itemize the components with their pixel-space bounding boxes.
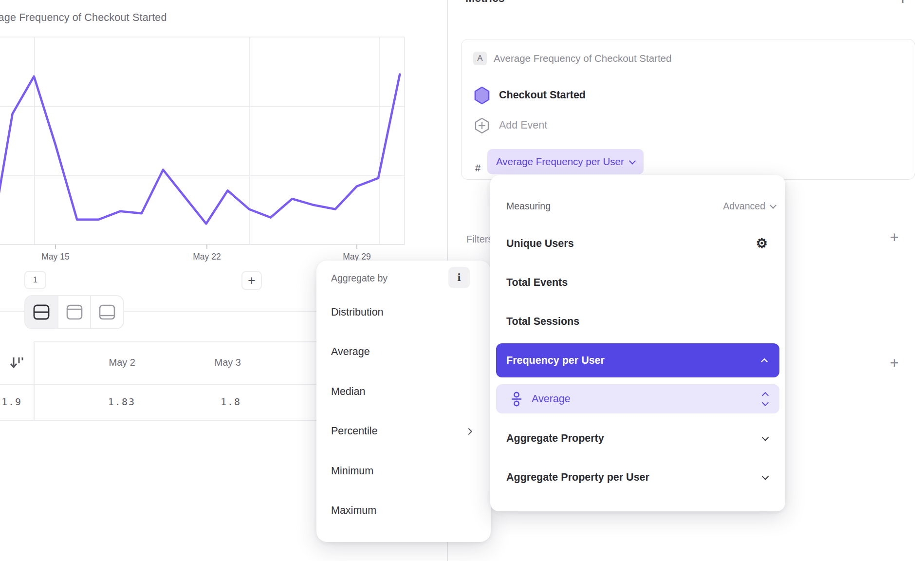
x-axis-tick-label: May 15 bbox=[41, 252, 69, 262]
x-axis-tick-label: May 22 bbox=[193, 252, 221, 262]
split-rows-icon bbox=[31, 302, 52, 322]
select-updown-icon bbox=[763, 393, 768, 405]
advanced-toggle-label: Advanced bbox=[723, 201, 765, 212]
layout-switcher bbox=[24, 295, 124, 329]
metrics-section-title: Metrics bbox=[465, 0, 505, 5]
menu-item-label: Median bbox=[331, 386, 366, 398]
menu-item-unique-users[interactable]: Unique Users⚙ bbox=[496, 228, 779, 259]
menu-item-label: Distribution bbox=[331, 306, 384, 318]
menu-item-average[interactable]: Average bbox=[316, 337, 491, 367]
event-selector[interactable]: Checkout Started bbox=[499, 86, 586, 104]
measurement-dropdown-label: Average Frequency per User bbox=[496, 156, 624, 168]
info-button[interactable]: i bbox=[448, 267, 470, 288]
menu-item-label: Total Sessions bbox=[506, 316, 579, 328]
menu-item-percentile[interactable]: Percentile bbox=[316, 416, 491, 447]
aggregate-by-menu: Aggregate by i DistributionAverageMedian… bbox=[316, 261, 491, 542]
add-event-button[interactable]: Add Event bbox=[499, 117, 547, 133]
sort-column-header[interactable] bbox=[0, 341, 34, 384]
chevron-up-icon bbox=[761, 358, 768, 365]
menu-item-label: Percentile bbox=[331, 425, 378, 437]
add-chart-button[interactable]: + bbox=[241, 271, 262, 290]
frequency-line-chart[interactable]: May 15May 22May 29 bbox=[0, 0, 447, 265]
x-axis-tick-label: May 29 bbox=[343, 252, 370, 262]
menu-item-minimum[interactable]: Minimum bbox=[316, 456, 491, 486]
add-breakdown-button[interactable]: + bbox=[890, 355, 899, 372]
menu-item-label: Maximum bbox=[331, 505, 376, 517]
menu-item-distribution[interactable]: Distribution bbox=[316, 297, 491, 327]
menu-item-label: Aggregate Property per User bbox=[506, 471, 649, 484]
measuring-label: Measuring bbox=[506, 201, 551, 212]
menu-item-label: Unique Users bbox=[506, 238, 574, 250]
bottom-panel-icon bbox=[97, 302, 117, 322]
chevron-down-icon bbox=[770, 202, 776, 209]
menu-subitem-average[interactable]: Average bbox=[496, 384, 779, 413]
column-header-may-2[interactable]: May 2 bbox=[34, 341, 147, 384]
menu-subitem-label: Average bbox=[532, 393, 763, 405]
menu-item-label: Minimum bbox=[331, 465, 373, 477]
chevron-down-icon bbox=[762, 473, 769, 480]
layout-bottom-panel-button[interactable] bbox=[91, 296, 123, 328]
menu-item-aggregate-property[interactable]: Aggregate Property bbox=[496, 423, 779, 454]
column-header-may-3[interactable]: May 3 bbox=[147, 341, 253, 384]
filters-section-title: Filters bbox=[466, 234, 493, 245]
menu-item-frequency-per-user[interactable]: Frequency per User bbox=[496, 343, 779, 377]
value-cell: 1.8 bbox=[147, 384, 253, 420]
metric-name[interactable]: Average Frequency of Checkout Started bbox=[494, 52, 671, 65]
top-panel-icon bbox=[64, 302, 85, 322]
add-metric-button[interactable]: + bbox=[898, 0, 907, 8]
value-cell: 1.83 bbox=[34, 384, 147, 420]
sort-descending-icon bbox=[9, 355, 25, 371]
gear-icon[interactable]: ⚙ bbox=[756, 236, 768, 251]
page-badge[interactable]: 1 bbox=[24, 271, 46, 289]
layout-top-panel-button[interactable] bbox=[58, 296, 92, 328]
menu-item-label: Average bbox=[331, 346, 370, 358]
chevron-down-icon bbox=[762, 434, 769, 441]
event-hexagon-icon bbox=[474, 86, 490, 105]
menu-item-median[interactable]: Median bbox=[316, 376, 491, 407]
measurement-dropdown[interactable]: Average Frequency per User bbox=[487, 149, 644, 174]
metric-card: A Average Frequency of Checkout Started … bbox=[461, 39, 915, 180]
menu-item-total-events[interactable]: Total Events bbox=[496, 267, 779, 298]
menu-item-maximum[interactable]: Maximum bbox=[316, 496, 491, 526]
average-divide-icon bbox=[510, 392, 523, 407]
chevron-down-icon bbox=[629, 158, 636, 165]
menu-item-aggregate-property-per-user[interactable]: Aggregate Property per User bbox=[496, 462, 779, 493]
add-filter-button[interactable]: + bbox=[890, 229, 899, 246]
menu-item-label: Aggregate Property bbox=[506, 432, 604, 445]
overall-value-cell: 1.9 bbox=[0, 384, 34, 420]
metric-letter-badge: A bbox=[473, 52, 487, 65]
menu-item-label: Frequency per User bbox=[506, 355, 605, 367]
frequency-line-series[interactable] bbox=[0, 75, 400, 241]
layout-split-rows-button[interactable] bbox=[25, 296, 58, 328]
measuring-menu: Measuring Advanced Frequency per User Av… bbox=[490, 175, 785, 511]
menu-item-total-sessions[interactable]: Total Sessions bbox=[496, 306, 779, 337]
add-event-icon bbox=[474, 117, 490, 134]
chevron-right-icon bbox=[465, 428, 472, 434]
menu-item-label: Total Events bbox=[506, 277, 568, 289]
aggregate-by-header: Aggregate by bbox=[331, 267, 388, 289]
advanced-toggle[interactable]: Advanced bbox=[723, 201, 776, 212]
numeric-format-icon: # bbox=[475, 155, 480, 181]
